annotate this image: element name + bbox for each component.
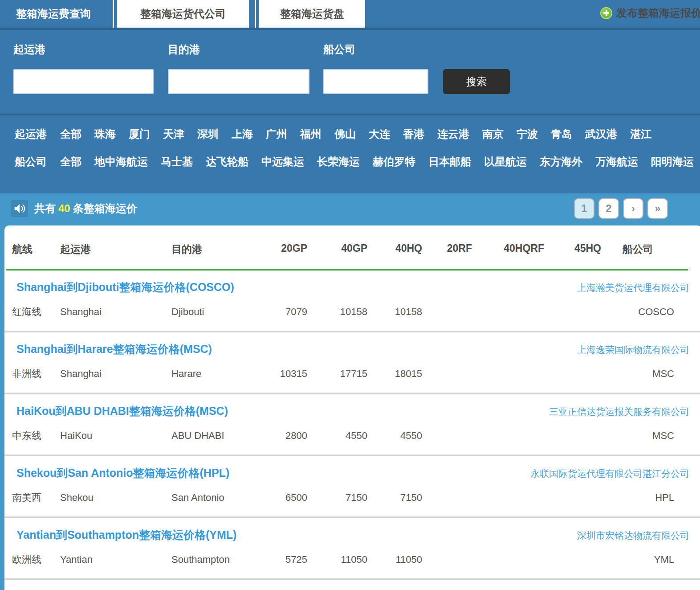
tab-forwarder-companies[interactable]: 整箱海运货代公司 <box>117 0 249 28</box>
carrier-filter-option[interactable]: 地中海航运 <box>94 155 148 169</box>
tab-bar: 整箱海运费查询 整箱海运货代公司 整箱海运货盘 <box>0 0 700 28</box>
origin-filter-row: 起运港 全部珠海厦门天津深圳上海广州福州佛山大连香港连云港南京宁波青岛武汉港湛江 <box>15 124 700 144</box>
table-row: Yantian到Southampton整箱海运价格(YML)深圳市宏铭达物流有限… <box>4 518 700 578</box>
table-cell-p40gp: 10158 <box>307 306 367 318</box>
speaker-icon <box>11 200 28 217</box>
origin-port-input[interactable] <box>13 69 154 94</box>
page-button[interactable]: 2 <box>598 198 619 219</box>
table-cell-p20gp: 5725 <box>276 553 307 566</box>
search-form: 起运港 目的港 船公司 搜索 <box>0 28 700 115</box>
carrier-input[interactable] <box>323 69 428 94</box>
table-cell-line: 红海线 <box>12 306 60 318</box>
table-cell-p40hq: 18015 <box>367 368 422 380</box>
column-header: 40HQRF <box>472 242 544 256</box>
table-cell-p20gp: 7079 <box>276 306 307 318</box>
route-title-link[interactable]: Shekou到San Antonio整箱海运价格(HPL) <box>16 466 229 479</box>
table-cell-destination: Djibouti <box>171 306 276 318</box>
carrier-filter-option[interactable]: 马士基 <box>161 155 193 169</box>
origin-filter-option[interactable]: 香港 <box>403 127 424 141</box>
carrier-filter-option[interactable]: 长荣海运 <box>317 155 360 169</box>
table-cell-p20gp: 2800 <box>276 430 307 442</box>
origin-filter-option[interactable]: 青岛 <box>551 127 572 141</box>
origin-filter-option[interactable]: 天津 <box>163 127 184 141</box>
carrier-filter-option[interactable]: 东方海外 <box>540 155 582 169</box>
origin-filter-options: 全部珠海厦门天津深圳上海广州福州佛山大连香港连云港南京宁波青岛武汉港湛江 <box>60 127 664 141</box>
table-cell-p45hq <box>544 368 601 380</box>
tab-separator <box>255 0 256 28</box>
origin-filter-option[interactable]: 广州 <box>266 127 287 141</box>
company-link[interactable]: 上海逸荣国际物流有限公司 <box>577 344 689 356</box>
tab-cargo-offers[interactable]: 整箱海运货盘 <box>259 0 365 28</box>
table-cell-origin: Shekou <box>60 492 171 504</box>
company-link[interactable]: 上海瀚美货运代理有限公司 <box>577 282 689 294</box>
table-cell-p20gp: 10315 <box>276 368 307 380</box>
origin-filter-option[interactable]: 深圳 <box>197 127 219 141</box>
origin-filter-option[interactable]: 全部 <box>60 127 81 141</box>
row-divider <box>4 578 700 580</box>
table-cell-destination: ABU DHABI <box>171 430 276 442</box>
carrier-filter-row: 船公司 全部地中海航运马士基达飞轮船中远集运长荣海运赫伯罗特日本邮船以星航运东方… <box>15 152 700 172</box>
search-button[interactable]: 搜索 <box>443 69 510 94</box>
origin-filter-option[interactable]: 南京 <box>482 127 504 141</box>
carrier-filter-option[interactable]: 日本邮船 <box>428 155 471 169</box>
origin-filter-option[interactable]: 大连 <box>369 127 390 141</box>
column-header: 船公司 <box>601 242 688 256</box>
origin-filter-option[interactable]: 湛江 <box>630 127 651 141</box>
table-cell-carrier: YML <box>601 553 700 566</box>
carrier-filter-option[interactable]: 达飞轮船 <box>206 155 248 169</box>
results-card: 航线起运港目的港20GP40GP40HQ20RF40HQRF45HQ船公司 Sh… <box>4 225 700 590</box>
carrier-filter-option[interactable]: 以星航运 <box>484 155 527 169</box>
origin-filter-option[interactable]: 厦门 <box>129 127 150 141</box>
table-cell-p20rf <box>422 368 472 380</box>
publish-quote-label: 发布整箱海运报价 <box>616 6 700 20</box>
table-cell-origin: Shanghai <box>60 368 171 380</box>
page-button[interactable]: 1 <box>574 198 594 219</box>
table-cell-origin: Yantian <box>60 553 171 566</box>
route-title-link[interactable]: Shanghai到Djibouti整箱海运价格(COSCO) <box>16 280 234 294</box>
table-cell-carrier: MSC <box>601 430 700 442</box>
table-body: Shanghai到Djibouti整箱海运价格(COSCO)上海瀚美货运代理有限… <box>4 270 700 580</box>
company-link[interactable]: 三亚正信达货运报关服务有限公司 <box>549 406 689 418</box>
table-cell-p20rf <box>422 553 472 566</box>
table-cell-p40gp: 11050 <box>307 553 367 566</box>
table-cell-line: 欧洲线 <box>12 553 60 566</box>
carrier-filter-option[interactable]: 赫伯罗特 <box>373 155 415 169</box>
origin-filter-option[interactable]: 上海 <box>232 127 253 141</box>
origin-filter-option[interactable]: 宁波 <box>517 127 538 141</box>
result-count-number: 40 <box>58 202 70 214</box>
origin-filter-option[interactable]: 福州 <box>300 127 322 141</box>
publish-quote-link[interactable]: 发布整箱海运报价 <box>600 6 700 20</box>
carrier-filter-options: 全部地中海航运马士基达飞轮船中远集运长荣海运赫伯罗特日本邮船以星航运东方海外万海… <box>60 155 700 169</box>
table-cell-p40hqrf <box>472 368 544 380</box>
table-cell-p45hq <box>544 492 601 504</box>
tab-separator <box>113 0 114 28</box>
result-bar: 共有40条整箱海运价 12›» <box>11 197 668 220</box>
origin-filter-option[interactable]: 武汉港 <box>585 127 617 141</box>
table-header-underline: 航线起运港目的港20GP40GP40HQ20RF40HQRF45HQ船公司 <box>6 225 688 270</box>
company-link[interactable]: 深圳市宏铭达物流有限公司 <box>577 529 689 542</box>
company-link[interactable]: 永联国际货运代理有限公司湛江分公司 <box>530 467 689 480</box>
table-cell-p40gp: 4550 <box>307 430 367 442</box>
table-cell-p40gp: 17715 <box>307 368 367 380</box>
page-button[interactable]: › <box>623 198 643 219</box>
carrier-filter-option[interactable]: 阳明海运 <box>651 155 694 169</box>
origin-filter-option[interactable]: 连云港 <box>437 127 469 141</box>
carrier-filter-option[interactable]: 万海航运 <box>595 155 638 169</box>
route-title-link[interactable]: Shanghai到Harare整箱海运价格(MSC) <box>16 342 212 356</box>
table-row: HaiKou到ABU DHABI整箱海运价格(MSC)三亚正信达货运报关服务有限… <box>4 394 700 455</box>
table-cell-p45hq <box>544 553 601 566</box>
route-title-link[interactable]: Yantian到Southampton整箱海运价格(YML) <box>16 528 236 541</box>
origin-filter-label: 起运港 <box>15 127 47 141</box>
table-cell-destination: Southampton <box>171 553 276 566</box>
carrier-filter-option[interactable]: 全部 <box>60 155 81 169</box>
result-count-text: 共有40条整箱海运价 <box>34 201 137 216</box>
destination-port-input[interactable] <box>168 69 309 94</box>
table-cell-carrier: HPL <box>601 492 700 504</box>
route-title-link[interactable]: HaiKou到ABU DHABI整箱海运价格(MSC) <box>16 404 228 418</box>
origin-filter-option[interactable]: 珠海 <box>94 127 116 141</box>
page-button[interactable]: » <box>647 198 668 219</box>
origin-filter-option[interactable]: 佛山 <box>334 127 356 141</box>
carrier-filter-option[interactable]: 中远集运 <box>261 155 304 169</box>
tab-freight-query[interactable]: 整箱海运费查询 <box>0 0 107 28</box>
table-cell-p40hqrf <box>472 430 544 442</box>
